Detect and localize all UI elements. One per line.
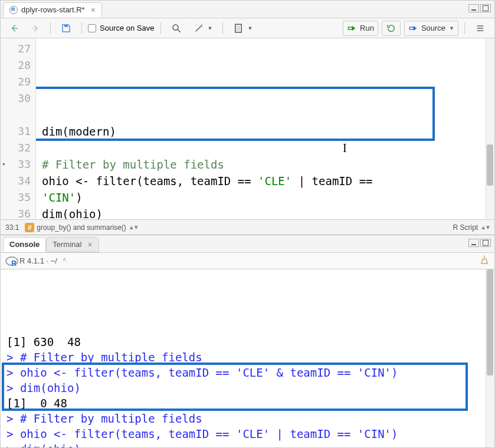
rerun-icon <box>386 23 396 34</box>
section-hash-icon: # <box>25 223 34 232</box>
minimize-pane-button[interactable] <box>468 4 479 12</box>
save-button[interactable] <box>57 21 76 36</box>
section-name: group_by() and summarise() <box>37 223 126 232</box>
find-button[interactable] <box>167 21 186 36</box>
rerun-button[interactable] <box>382 21 401 36</box>
svg-rect-0 <box>64 25 68 27</box>
console-output[interactable]: [1] 630 48> # Filter by multiple fields>… <box>1 269 494 447</box>
toolbar-separator <box>160 22 161 34</box>
language-picker[interactable]: R Script ▲▼ <box>453 223 490 232</box>
source-icon <box>408 23 419 34</box>
updown-icon: ▲▼ <box>129 224 138 230</box>
updown-icon: ▲▼ <box>480 224 490 230</box>
maximize-pane-button[interactable] <box>480 4 491 12</box>
toolbar-separator <box>81 22 82 34</box>
svg-line-2 <box>178 29 181 32</box>
code-area[interactable]: dim(modern)# Filter by multiple fieldsoh… <box>36 38 494 219</box>
source-button[interactable]: Source ▼ <box>404 21 458 36</box>
run-label: Run <box>360 24 374 32</box>
cursor-position: 33:1 <box>5 223 19 232</box>
console-header: R 4.1.1 · ~/ <box>19 256 57 265</box>
run-button[interactable]: Run <box>343 21 378 36</box>
text-cursor-icon: I <box>343 140 347 156</box>
console-highlight <box>2 363 468 411</box>
svg-point-4 <box>195 25 196 26</box>
chevron-down-icon: ▼ <box>208 25 213 31</box>
source-toolbar: Source on Save ▼ ▼ Run <box>1 18 494 38</box>
chevron-down-icon: ▼ <box>247 25 253 31</box>
code-tools-button[interactable]: ▼ <box>189 21 217 36</box>
pane-window-controls <box>468 239 491 247</box>
minimize-pane-button[interactable] <box>468 239 479 247</box>
svg-point-1 <box>173 25 178 30</box>
source-label: Source <box>421 24 445 32</box>
compile-report-button[interactable]: ▼ <box>229 21 257 36</box>
console-tab-label: Console <box>9 240 40 249</box>
save-icon <box>61 23 71 34</box>
outline-icon <box>475 23 486 34</box>
chevron-down-icon: ▼ <box>449 25 454 31</box>
console-toolbar: R 4.1.1 · ~/ <box>1 253 494 269</box>
clear-console-button[interactable] <box>479 255 490 268</box>
svg-rect-11 <box>348 27 352 29</box>
outline-button[interactable] <box>471 21 490 36</box>
svg-line-3 <box>195 25 202 31</box>
console-tab[interactable]: Console <box>3 237 46 252</box>
close-icon[interactable]: × <box>91 5 96 15</box>
source-statusbar: 33:1 # group_by() and summarise() ▲▼ R S… <box>1 219 494 235</box>
forward-button[interactable] <box>27 21 44 35</box>
source-on-save-checkbox[interactable] <box>88 24 96 32</box>
source-tab[interactable]: dplyr-rows-start.R* × <box>3 2 102 18</box>
line-gutter: 27282930 313233▾343536 <box>1 38 36 219</box>
source-pane: dplyr-rows-start.R* × Source on Save <box>1 1 494 235</box>
console-pane: Console Terminal × R 4.1.1 · ~/ [1] 630 … <box>1 235 494 447</box>
popout-icon[interactable] <box>61 256 71 266</box>
run-icon <box>347 23 358 34</box>
back-button[interactable] <box>5 21 23 35</box>
section-navigator[interactable]: # group_by() and summarise() ▲▼ <box>25 223 137 232</box>
language-label: R Script <box>453 223 478 232</box>
vertical-scrollbar[interactable] <box>486 269 494 447</box>
source-tab-bar: dplyr-rows-start.R* × <box>1 1 494 18</box>
vertical-scrollbar[interactable] <box>486 38 494 219</box>
terminal-tab-label: Terminal <box>53 240 81 249</box>
r-logo-icon <box>5 256 16 266</box>
wand-icon <box>194 23 204 34</box>
console-tab-bar: Console Terminal × <box>1 235 494 253</box>
selection-highlight <box>36 87 435 141</box>
source-tab-filename: dplyr-rows-start.R* <box>21 5 85 14</box>
r-file-icon <box>9 6 18 14</box>
svg-point-5 <box>201 24 202 25</box>
svg-rect-12 <box>409 27 414 29</box>
pane-window-controls <box>468 4 491 12</box>
toolbar-separator <box>222 22 223 34</box>
code-editor[interactable]: 27282930 313233▾343536 dim(modern)# Filt… <box>1 38 494 219</box>
svg-point-6 <box>202 26 203 27</box>
toolbar-separator <box>464 22 465 34</box>
notebook-icon <box>233 23 244 34</box>
close-icon[interactable]: × <box>87 240 92 249</box>
toolbar-separator <box>50 22 51 34</box>
terminal-tab[interactable]: Terminal × <box>46 237 99 252</box>
search-icon <box>171 23 182 34</box>
source-on-save-label: Source on Save <box>100 24 155 32</box>
maximize-pane-button[interactable] <box>480 239 491 247</box>
